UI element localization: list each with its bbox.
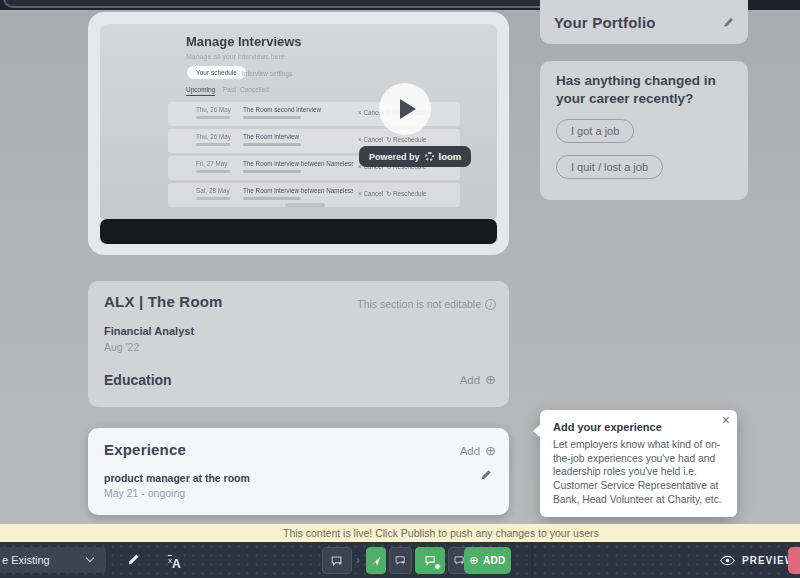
cursor-arrow-icon: [370, 555, 382, 567]
experience-section-title: Experience: [104, 441, 186, 458]
quit-lost-job-button[interactable]: I quit / lost a job: [556, 155, 663, 179]
add-circle-icon: ⊕: [485, 373, 496, 386]
preview-button[interactable]: PREVIEW: [720, 547, 795, 574]
loom-powered-label: Powered by: [369, 152, 420, 162]
video-frame[interactable]: Manage Interviews Manage all your interv…: [100, 24, 497, 219]
eye-icon: [720, 555, 735, 566]
edit-pencil-icon[interactable]: [479, 468, 493, 486]
tooltip-body: Let employers know what kind of on-the-j…: [553, 438, 723, 506]
video-subtab-past: Past: [223, 86, 236, 93]
reschedule-icon: ↻: [386, 136, 391, 143]
row-email-bar: [243, 197, 301, 200]
video-content: Manage Interviews Manage all your interv…: [100, 24, 497, 219]
loom-badge[interactable]: Powered by loom: [359, 146, 471, 167]
video-controls-bar[interactable]: [100, 219, 497, 244]
editor-toolbar: e Existing xA ›: [0, 542, 800, 578]
live-content-banner: This content is live! Click Publish to p…: [0, 524, 800, 542]
alx-job-date: Aug '22: [104, 341, 139, 353]
publish-button-partial[interactable]: [788, 547, 800, 574]
row-email-bar: [243, 116, 301, 119]
row-reschedule-button: ↻ Reschedule: [386, 190, 426, 197]
page-canvas: Manage Interviews Manage all your interv…: [0, 10, 800, 524]
chevron-down-icon: [86, 554, 94, 562]
toolbar-divider: [531, 542, 533, 578]
loom-logo-icon: [425, 152, 434, 161]
settings-badge-icon: [434, 563, 441, 570]
row-date: Fri, 27 May: [196, 160, 228, 167]
experience-item-title: product manager at the room: [104, 472, 250, 484]
loom-name-label: loom: [439, 151, 462, 162]
cancel-x-icon: ×: [358, 190, 362, 197]
translate-icon[interactable]: xA: [168, 554, 181, 572]
video-app-subtitle: Manage all your interviews here: [186, 53, 285, 60]
screen: Manage Interviews Manage all your interv…: [0, 0, 800, 578]
cancel-x-icon: ×: [358, 136, 362, 143]
video-tab-your-schedule: Your schedule: [187, 66, 246, 79]
add-button[interactable]: ⊕ ADD: [464, 547, 511, 574]
got-a-job-button[interactable]: I got a job: [556, 119, 634, 143]
info-icon[interactable]: i: [485, 299, 496, 310]
experience-add-button[interactable]: Add ⊕: [460, 444, 496, 457]
reschedule-icon: ↻: [386, 190, 391, 197]
row-time-bar: [196, 197, 230, 200]
tooltip-arrow: [533, 424, 541, 438]
edit-pencil-icon[interactable]: [126, 552, 141, 571]
row-time-bar: [196, 116, 230, 119]
education-section-title: Education: [104, 372, 172, 388]
alx-room-section: ALX | The Room This section is not edita…: [88, 281, 509, 407]
play-button[interactable]: [379, 83, 431, 135]
edit-pencil-icon[interactable]: [722, 15, 735, 33]
row-reschedule-button: ↻ Reschedule: [386, 136, 426, 143]
video-tab-interview-settings: Interview settings: [242, 70, 292, 77]
row-title: The Room interview between Nameless and …: [243, 160, 353, 167]
row-time-bar: [196, 170, 230, 173]
tooltip-title: Add your experience: [553, 421, 723, 433]
row-title: The Room interview between Nameless and …: [243, 187, 353, 194]
tooltip-close-icon[interactable]: ×: [722, 412, 730, 429]
add-circle-icon: ⊕: [469, 555, 479, 566]
onboarding-video-card: Manage Interviews Manage all your interv…: [88, 12, 509, 255]
row-cancel-button: × Cancel: [358, 190, 383, 197]
not-editable-note: This section is not editable i: [357, 298, 496, 310]
row-title: The Room second interview: [243, 106, 353, 113]
career-change-card: Has anything changed in your career rece…: [540, 61, 748, 200]
row-email-bar: [243, 143, 301, 146]
experience-item-date: May 21 - ongoing: [104, 487, 185, 499]
video-app-title: Manage Interviews: [186, 34, 302, 49]
live-content-banner-text: This content is live! Click Publish to p…: [283, 524, 599, 542]
experience-tour-tooltip: × Add your experience Let employers know…: [540, 410, 737, 517]
row-cancel-button: × Cancel: [358, 136, 383, 143]
portfolio-card: Your Portfolio: [540, 0, 748, 44]
row-time-bar: [196, 143, 230, 146]
comment-widget-button[interactable]: [322, 547, 352, 574]
row-date: Sat, 28 May: [196, 187, 230, 194]
comment-settings-tool-button[interactable]: [415, 547, 445, 574]
video-subtab-upcoming: Upcoming: [186, 86, 215, 96]
experience-section: Experience Add ⊕ product manager at the …: [88, 428, 509, 515]
comment-tool-button[interactable]: [389, 547, 412, 574]
row-email-bar: [243, 170, 301, 173]
video-more-bar: [285, 203, 325, 207]
education-add-button[interactable]: Add ⊕: [460, 373, 496, 386]
comment-cursor-icon: [330, 554, 344, 568]
cancel-x-icon: ×: [358, 109, 362, 116]
video-subtab-cancelled: Cancelled: [240, 86, 269, 93]
address-bar-outline: [3, 0, 565, 8]
alx-section-title: ALX | The Room: [104, 293, 223, 310]
career-question: Has anything changed in your career rece…: [556, 72, 734, 108]
play-icon: [400, 99, 416, 119]
row-date: Thu, 26 May: [196, 133, 231, 140]
row-date: Thu, 26 May: [196, 106, 231, 113]
existing-dropdown-value: e Existing: [2, 554, 50, 566]
row-title: The Room interview: [243, 133, 353, 140]
add-circle-icon: ⊕: [485, 444, 496, 457]
portfolio-title: Your Portfolio: [554, 14, 656, 31]
alx-job-title: Financial Analyst: [104, 325, 194, 337]
comment-cursor-icon: [394, 554, 407, 567]
cursor-tool-button[interactable]: [366, 547, 386, 574]
existing-dropdown[interactable]: e Existing: [0, 547, 106, 573]
group-chevron-icon: ›: [356, 553, 360, 567]
